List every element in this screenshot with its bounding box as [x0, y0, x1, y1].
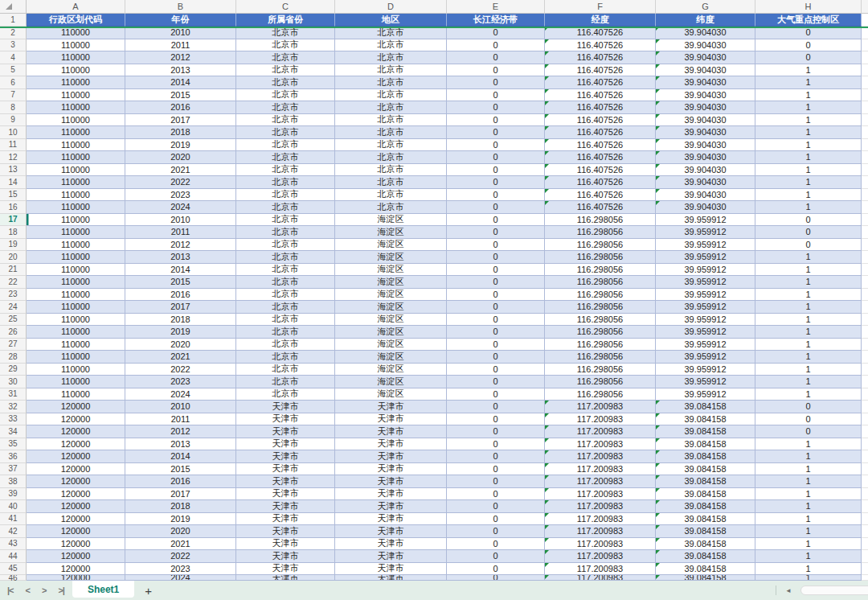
header-cell-F[interactable]: 经度 — [545, 14, 656, 27]
column-header-E[interactable]: E — [447, 0, 545, 14]
cell-B39[interactable]: 2017 — [125, 488, 236, 501]
cell-F14[interactable]: 116.407526 — [545, 176, 656, 189]
row-number[interactable]: 23 — [0, 289, 27, 302]
cell-H12[interactable]: 1 — [755, 151, 862, 164]
row-number[interactable]: 46 — [0, 575, 27, 581]
cell-E35[interactable]: 0 — [447, 438, 545, 451]
row-number[interactable]: 33 — [0, 413, 27, 426]
cell-A21[interactable]: 110000 — [27, 264, 125, 277]
cell-C7[interactable]: 北京市 — [236, 89, 335, 102]
cell-A36[interactable]: 120000 — [27, 450, 125, 463]
cell-A14[interactable]: 110000 — [27, 176, 125, 189]
row-number[interactable]: 44 — [0, 550, 27, 563]
cell-sliver[interactable] — [862, 525, 868, 538]
cell-F38[interactable]: 117.200983 — [545, 475, 656, 488]
row-number[interactable]: 43 — [0, 538, 27, 551]
cell-C16[interactable]: 北京市 — [236, 201, 335, 214]
cell-E14[interactable]: 0 — [447, 176, 545, 189]
cell-sliver[interactable] — [862, 351, 868, 364]
cell-E40[interactable]: 0 — [447, 500, 545, 513]
cell-H44[interactable]: 1 — [755, 550, 862, 563]
row-number[interactable]: 6 — [0, 76, 27, 89]
cell-D40[interactable]: 天津市 — [335, 500, 447, 513]
cell-sliver[interactable] — [862, 151, 868, 164]
cell-B16[interactable]: 2024 — [125, 201, 236, 214]
cell-D34[interactable]: 天津市 — [335, 425, 447, 438]
cell-H13[interactable]: 1 — [755, 164, 862, 177]
cell-A45[interactable]: 120000 — [27, 563, 125, 576]
row-number[interactable]: 7 — [0, 89, 27, 102]
row-number[interactable]: 37 — [0, 463, 27, 476]
cell-G2[interactable]: 39.904030 — [656, 27, 755, 39]
cell-D38[interactable]: 天津市 — [335, 475, 447, 488]
row-number[interactable]: 31 — [0, 388, 27, 401]
cell-F34[interactable]: 117.200983 — [545, 425, 656, 438]
scroll-left-icon[interactable]: ◄ — [785, 587, 792, 594]
cell-G35[interactable]: 39.084158 — [656, 438, 755, 451]
cell-sliver[interactable] — [862, 214, 868, 227]
row-number[interactable]: 27 — [0, 339, 27, 351]
cell-D29[interactable]: 海淀区 — [335, 364, 447, 376]
cell-E32[interactable]: 0 — [447, 401, 545, 413]
cell-G8[interactable]: 39.904030 — [656, 101, 755, 114]
cell-F44[interactable]: 117.200983 — [545, 550, 656, 563]
cell-A4[interactable]: 110000 — [27, 51, 125, 64]
cell-A2[interactable]: 110000 — [27, 27, 125, 39]
cell-sliver[interactable] — [862, 251, 868, 264]
cell-D15[interactable]: 北京市 — [335, 189, 447, 202]
cell-D24[interactable]: 海淀区 — [335, 301, 447, 314]
cell-D39[interactable]: 天津市 — [335, 488, 447, 501]
header-cell-C[interactable]: 所属省份 — [236, 14, 335, 27]
row-number[interactable]: 15 — [0, 189, 27, 202]
cell-G19[interactable]: 39.959912 — [656, 239, 755, 252]
cell-F32[interactable]: 117.200983 — [545, 401, 656, 413]
cell-A27[interactable]: 110000 — [27, 339, 125, 351]
cell-F9[interactable]: 116.407526 — [545, 114, 656, 127]
cell-E22[interactable]: 0 — [447, 276, 545, 289]
cell-G32[interactable]: 39.084158 — [656, 401, 755, 413]
first-sheet-icon[interactable]: |< — [7, 586, 14, 595]
cell-F17[interactable]: 116.298056 — [545, 214, 656, 227]
cell-E10[interactable]: 0 — [447, 126, 545, 139]
cell-F19[interactable]: 116.298056 — [545, 239, 656, 252]
cell-B15[interactable]: 2023 — [125, 189, 236, 202]
cell-B40[interactable]: 2018 — [125, 500, 236, 513]
cell-C30[interactable]: 北京市 — [236, 376, 335, 388]
cell-B36[interactable]: 2014 — [125, 450, 236, 463]
column-header-C[interactable]: C — [236, 0, 335, 14]
cell-H2[interactable]: 0 — [755, 27, 862, 39]
cell-A38[interactable]: 120000 — [27, 475, 125, 488]
column-header-sliver[interactable] — [862, 0, 868, 14]
row-number[interactable]: 20 — [0, 251, 27, 264]
cell-E44[interactable]: 0 — [447, 550, 545, 563]
cell-C37[interactable]: 天津市 — [236, 463, 335, 476]
cell-E24[interactable]: 0 — [447, 301, 545, 314]
cell-G38[interactable]: 39.084158 — [656, 475, 755, 488]
cell-C19[interactable]: 北京市 — [236, 239, 335, 252]
cell-H39[interactable]: 1 — [755, 488, 862, 501]
cell-F36[interactable]: 117.200983 — [545, 450, 656, 463]
cell-H8[interactable]: 1 — [755, 101, 862, 114]
cell-B44[interactable]: 2022 — [125, 550, 236, 563]
cell-G30[interactable]: 39.959912 — [656, 376, 755, 388]
cell-C24[interactable]: 北京市 — [236, 301, 335, 314]
cell-D12[interactable]: 北京市 — [335, 151, 447, 164]
cell-C46[interactable]: 天津市 — [236, 575, 335, 581]
cell-A43[interactable]: 120000 — [27, 538, 125, 551]
cell-G29[interactable]: 39.959912 — [656, 364, 755, 376]
cell-G43[interactable]: 39.084158 — [656, 538, 755, 551]
cell-H32[interactable]: 0 — [755, 401, 862, 413]
cell-D42[interactable]: 天津市 — [335, 525, 447, 538]
cell-sliver[interactable] — [862, 438, 868, 451]
cell-C17[interactable]: 北京市 — [236, 214, 335, 227]
cell-sliver[interactable] — [862, 301, 868, 314]
cell-A10[interactable]: 110000 — [27, 126, 125, 139]
cell-G12[interactable]: 39.904030 — [656, 151, 755, 164]
cell-A16[interactable]: 110000 — [27, 201, 125, 214]
cell-G5[interactable]: 39.904030 — [656, 64, 755, 77]
cell-E43[interactable]: 0 — [447, 538, 545, 551]
header-cell-B[interactable]: 年份 — [125, 14, 236, 27]
cell-D18[interactable]: 海淀区 — [335, 226, 447, 239]
cell-sliver[interactable] — [862, 425, 868, 438]
cell-B2[interactable]: 2010 — [125, 27, 236, 39]
